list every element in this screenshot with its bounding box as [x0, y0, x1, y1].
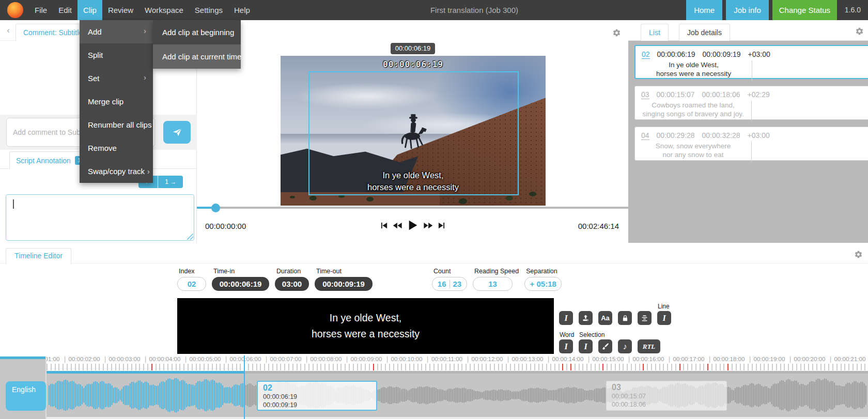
field-value-reading-speed[interactable]: 13 [473, 277, 513, 291]
skip-start-icon[interactable] [380, 222, 388, 229]
ruler-label: 00:00:03:00 [109, 356, 141, 362]
field-value-duration[interactable]: 03:00 [275, 277, 309, 291]
video-canvas[interactable]: 00:00:06:19 In ye olde West, horses were… [281, 56, 546, 206]
clip-item-header: 0200:00:06:1900:00:09:19+03:00 [636, 46, 868, 59]
menu-edit[interactable]: Edit [53, 0, 78, 20]
ruler-tick [780, 364, 781, 370]
italic-button[interactable]: I [559, 311, 573, 325]
ruler-tick [820, 364, 822, 370]
pager-next-button[interactable]: 1 → [158, 176, 183, 188]
seek-bar[interactable] [197, 205, 628, 210]
field-value-separation[interactable]: + 05:18 [524, 277, 562, 291]
menu-workspace[interactable]: Workspace [139, 0, 189, 20]
ruler-tick [756, 364, 757, 370]
timeline-settings-gear-icon[interactable] [854, 250, 863, 259]
waveform [47, 374, 868, 417]
job-info-button[interactable]: Job info [726, 0, 769, 20]
waveform-track[interactable]: 0200:00:06:1900:00:09:190300:00:15:0700:… [47, 374, 868, 417]
timeline-clip-03[interactable]: 0300:00:15:0700:00:18:06 [606, 381, 727, 411]
ruler-tick [127, 364, 128, 370]
clip-menu-item-swap-copy-track[interactable]: Swap/copy track› [80, 160, 153, 183]
video-settings-gear-icon[interactable] [612, 28, 621, 37]
change-status-button[interactable]: Change Status [772, 0, 837, 20]
seek-track[interactable] [197, 207, 628, 209]
clip-menu-item-label: Add [88, 27, 102, 36]
ruler-tick [506, 364, 507, 370]
timeline-ruler-ticks[interactable] [47, 364, 868, 371]
lock-button[interactable] [618, 311, 632, 325]
ruler-tick [438, 364, 439, 370]
ruler-tick [417, 364, 419, 370]
format-group-label: Line [658, 303, 670, 310]
clip-menu-item-set[interactable]: Set› [80, 67, 153, 90]
clip-number[interactable]: 02 [642, 50, 650, 59]
clip-menu-item-remove[interactable]: Remove [80, 136, 153, 160]
tab-timeline-editor[interactable]: Timeline Editor [6, 248, 71, 264]
ruler-tick [304, 364, 305, 370]
ruler-tick [188, 364, 189, 370]
clip-menu-item-add[interactable]: Add› [80, 20, 153, 43]
menu-file[interactable]: File [29, 0, 53, 20]
line-italic-button[interactable]: I [657, 311, 671, 325]
ruler-tick [224, 364, 225, 370]
clip-menu-item-merge-clip[interactable]: Merge clip [80, 90, 153, 113]
field-value-count[interactable]: 1623 [432, 277, 467, 291]
ruler-tick [562, 364, 563, 370]
tab-script-annotation[interactable]: Script Annotation 1 [9, 151, 90, 169]
selection-italic-button[interactable]: I [579, 339, 593, 353]
subtitle-clip-item-04[interactable]: 0400:00:29:2800:00:32:28+03:00Snow, snow… [634, 127, 868, 161]
field-value-index[interactable]: 02 [177, 277, 206, 291]
play-icon[interactable] [407, 220, 419, 231]
collapse-panel-button[interactable]: ‹ [4, 25, 12, 37]
clip-time-out: 00:00:09:19 [703, 50, 741, 58]
ruler-label-divider: | [185, 355, 187, 363]
send-comment-button[interactable] [163, 121, 191, 144]
skip-end-icon[interactable] [438, 222, 445, 229]
rtl-button[interactable]: RTL [638, 339, 660, 353]
clip-submenu-item-add-clip-at-beginning[interactable]: Add clip at beginning [153, 20, 241, 44]
timeline-tab-row: Timeline Editor [0, 243, 868, 263]
ruler-tick [716, 364, 717, 370]
tab-job-details[interactable]: Job details [679, 24, 730, 41]
case-button[interactable]: Aa [598, 311, 612, 325]
menu-settings[interactable]: Settings [189, 0, 228, 20]
subtitle-clip-item-02[interactable]: 0200:00:06:1900:00:09:19+03:00In ye olde… [634, 45, 868, 79]
subtitle-clip-item-03[interactable]: 0300:00:15:0700:00:18:06+02:29Cowboys ro… [634, 86, 868, 120]
field-value-time-out[interactable]: 00:00:09:19 [315, 277, 373, 291]
clip-text: Snow, snow everywherenor any snow to eat [635, 142, 752, 162]
clip-number[interactable]: 04 [641, 131, 649, 140]
clip-number[interactable]: 03 [641, 90, 649, 99]
ruler-tick [71, 364, 72, 370]
list-settings-gear-icon[interactable] [855, 27, 864, 36]
list-panel-tabs: ListJob details [628, 20, 868, 41]
field-value-time-in[interactable]: 00:00:06:19 [212, 277, 269, 291]
timeline-clip-02[interactable]: 0200:00:06:1900:00:09:19 [257, 381, 377, 411]
align-center-button[interactable] [638, 311, 652, 325]
clip-menu-item-renumber-all-clips[interactable]: Renumber all clips [80, 113, 153, 136]
ruler-tick [236, 364, 237, 370]
track-language-label[interactable]: English [6, 381, 46, 411]
playhead[interactable] [244, 355, 245, 419]
menu-review[interactable]: Review [102, 0, 139, 20]
app-root: FileEditClipReviewWorkspaceSettingsHelp … [0, 0, 868, 419]
ruler-tick [297, 364, 298, 370]
clip-menu-item-label: Remove [88, 144, 117, 152]
home-button[interactable]: Home [686, 0, 722, 20]
brush-button[interactable] [598, 339, 612, 353]
annotation-textarea[interactable] [6, 194, 194, 241]
rewind-icon[interactable] [393, 222, 402, 229]
tab-list[interactable]: List [641, 24, 669, 41]
word-italic-button[interactable]: I [559, 339, 573, 353]
seek-handle[interactable] [211, 204, 220, 212]
clip-text: Cowboys roamed the land,singing songs of… [635, 101, 752, 121]
menu-help[interactable]: Help [228, 0, 256, 20]
upload-button[interactable] [579, 311, 593, 325]
fast-forward-icon[interactable] [423, 222, 433, 229]
note-button[interactable]: ♪ [618, 339, 632, 353]
menu-clip[interactable]: Clip [78, 0, 102, 20]
clip-menu-item-split[interactable]: Split [80, 43, 153, 67]
textarea-resize-handle[interactable] [187, 234, 193, 240]
clip-submenu-item-add-clip-at-current-time[interactable]: Add clip at current time [153, 44, 241, 69]
ruler-tick [369, 364, 370, 370]
ruler-tick [260, 364, 261, 370]
